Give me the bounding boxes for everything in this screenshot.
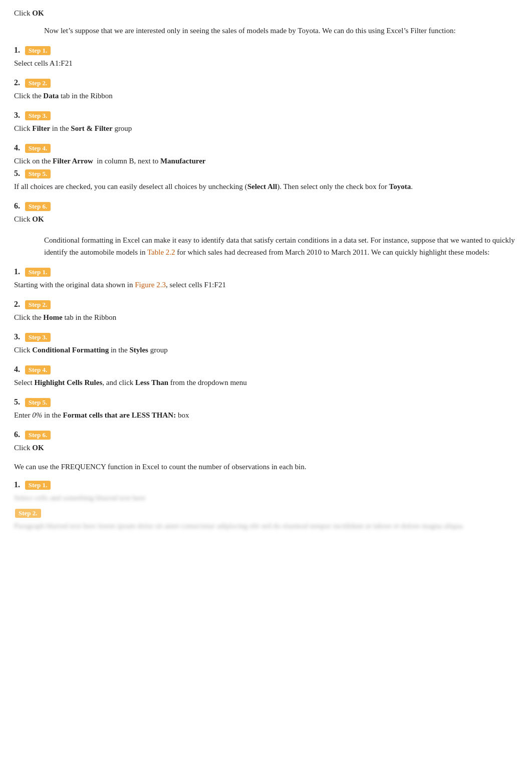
intro-paragraph: Now let’s suppose that we are interested…	[44, 25, 518, 37]
s2-step5-badge: Step 5.	[25, 398, 51, 407]
step2-badge: Step 2.	[25, 79, 51, 88]
section2-step3-desc: Click Conditional Formatting in the Styl…	[14, 344, 518, 356]
s2-step-number-5: 5.	[14, 398, 20, 406]
s2-step-number-1: 1.	[14, 267, 20, 276]
step6-badge: Step 6.	[25, 202, 51, 211]
section3-step2-desc: Paragraph blurred text here lorem ipsum …	[14, 520, 518, 532]
section1-step1: 1. Step 1.	[14, 46, 518, 55]
section2-step4: 4. Step 4.	[14, 365, 518, 374]
section2-step2-desc: Click the Home tab in the Ribbon	[14, 311, 518, 323]
figure-2-3-link[interactable]: Figure 2.3	[135, 281, 166, 289]
s3-step1-badge: Step 1.	[25, 481, 51, 490]
step-number-6: 6.	[14, 202, 20, 210]
s2-step1-badge: Step 1.	[25, 268, 51, 277]
s2-step-number-3: 3.	[14, 332, 20, 341]
s2-step-number-6: 6.	[14, 430, 20, 439]
section1-step4: 4. Step 4.	[14, 143, 518, 153]
step3-badge: Step 3.	[25, 111, 51, 120]
section1-steps: 1. Step 1. Select cells A1:F21 2. Step 2…	[14, 46, 518, 225]
section2-step4-desc: Select Highlight Cells Rules, and click …	[14, 376, 518, 388]
s2-step6-badge: Step 6.	[25, 431, 51, 440]
s2-step-number-4: 4.	[14, 365, 20, 373]
top-click-ok-bold: OK	[32, 9, 44, 17]
step-number-2: 2.	[14, 78, 20, 87]
section3-step1-desc: Select cells and something blurred text …	[14, 492, 518, 504]
section2-step1-desc: Starting with the original data shown in…	[14, 279, 518, 291]
section1-step6: 6. Step 6.	[14, 202, 518, 211]
section1-step2: 2. Step 2.	[14, 78, 518, 88]
step1-badge: Step 1.	[25, 46, 51, 55]
step5-badge: Step 5.	[25, 169, 51, 178]
paragraph2: Conditional formatting in Excel can make…	[44, 234, 518, 258]
step4-badge: Step 4.	[25, 144, 51, 153]
section3-steps: 1. Step 1. Select cells and something bl…	[14, 480, 518, 532]
section1-step4-desc: Click on the Filter Arrow in column B, n…	[14, 155, 518, 167]
section2-steps: 1. Step 1. Starting with the original da…	[14, 267, 518, 454]
section2-step5: 5. Step 5.	[14, 398, 518, 407]
step-number-1: 1.	[14, 46, 20, 54]
s2-step3-badge: Step 3.	[25, 333, 51, 342]
top-click-ok: Click OK	[14, 9, 518, 18]
s2-step2-badge: Step 2.	[25, 300, 51, 309]
section2-step1: 1. Step 1.	[14, 267, 518, 277]
step-number-4: 4.	[14, 143, 20, 152]
section1-step6-desc: Click OK	[14, 213, 518, 225]
section1-step3: 3. Step 3.	[14, 111, 518, 120]
section2-step5-desc: Enter 0% in the Format cells that are LE…	[14, 409, 518, 421]
table-2-2-link[interactable]: Table 2.2	[147, 248, 175, 256]
section2-step6: 6. Step 6.	[14, 430, 518, 440]
section2-step6-desc: Click OK	[14, 442, 518, 454]
s2-step4-badge: Step 4.	[25, 365, 51, 374]
paragraph3: We can use the FREQUENCY function in Exc…	[14, 463, 518, 471]
section1-step2-desc: Click the Data tab in the Ribbon	[14, 90, 518, 102]
section2-step2: 2. Step 2.	[14, 300, 518, 309]
section3-step2: Step 2.	[14, 509, 518, 518]
s3-step2-badge: Step 2.	[15, 509, 41, 518]
s3-step-number-1: 1.	[14, 480, 20, 489]
section1-step5: 5. Step 5.	[14, 169, 518, 178]
s2-step-number-2: 2.	[14, 300, 20, 308]
section1-step3-desc: Click Filter in the Sort & Filter group	[14, 122, 518, 134]
section1-step1-desc: Select cells A1:F21	[14, 57, 518, 69]
section2-step3: 3. Step 3.	[14, 332, 518, 342]
step-number-3: 3.	[14, 111, 20, 119]
section3-step1: 1. Step 1.	[14, 480, 518, 490]
top-click-ok-text: Click	[14, 9, 32, 17]
step-number-5: 5.	[14, 169, 20, 177]
section1-step5-desc: If all choices are checked, you can easi…	[14, 180, 518, 192]
